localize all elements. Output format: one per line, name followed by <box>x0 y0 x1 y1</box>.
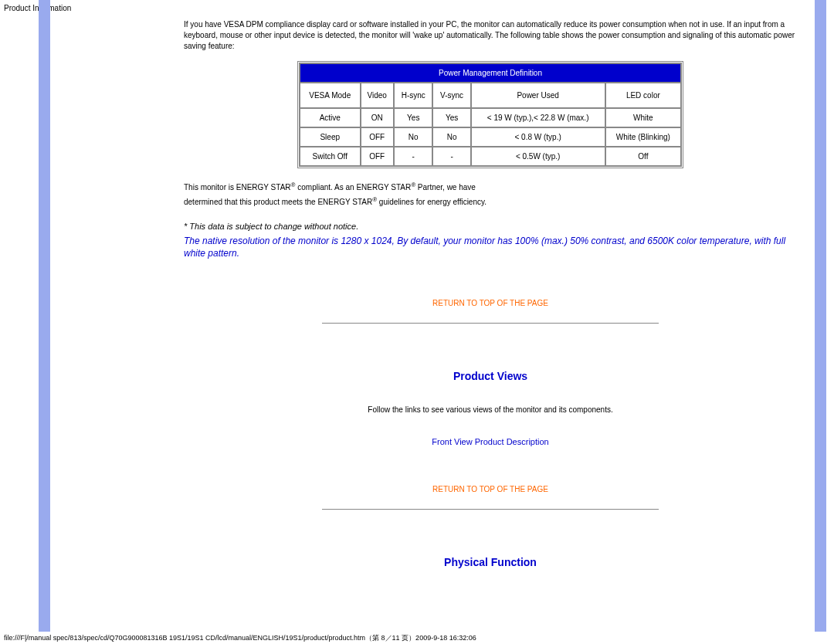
table-cell: Yes <box>394 108 433 127</box>
table-cell: No <box>394 127 433 147</box>
power-management-table: Power Management Definition VESA Mode Vi… <box>297 61 683 168</box>
table-cell: Sleep <box>300 127 361 147</box>
col-header: Video <box>361 83 394 108</box>
product-views-heading: Product Views <box>184 370 797 382</box>
return-to-top-link[interactable]: RETURN TO TOP OF THE PAGE <box>184 299 797 307</box>
table-cell: No <box>432 127 470 147</box>
change-notice: * This data is subject to change without… <box>184 222 797 231</box>
table-cell: White <box>605 108 681 127</box>
col-header: LED color <box>605 83 681 108</box>
physical-function-heading: Physical Function <box>184 556 797 568</box>
compliance-text: This monitor is ENERGY STAR® compliant. … <box>184 180 797 210</box>
main-content: If you have VESA DPM compliance display … <box>184 0 797 568</box>
left-decoration-bar <box>39 0 50 591</box>
table-cell: Yes <box>432 108 470 127</box>
table-cell: Off <box>605 147 681 166</box>
table-cell: OFF <box>361 147 394 166</box>
table-cell: < 0.5W (typ.) <box>471 147 605 166</box>
col-header: H-sync <box>394 83 433 108</box>
resolution-notice: The native resolution of the monitor is … <box>184 235 797 261</box>
col-header: V-sync <box>432 83 470 108</box>
table-cell: < 19 W (typ.),< 22.8 W (max.) <box>471 108 605 127</box>
table-cell: - <box>394 147 433 166</box>
col-header: Power Used <box>471 83 605 108</box>
product-views-text: Follow the links to see various views of… <box>184 405 797 414</box>
table-cell: OFF <box>361 127 394 147</box>
table-cell: ON <box>361 108 394 127</box>
intro-paragraph: If you have VESA DPM compliance display … <box>184 19 797 52</box>
section-divider <box>322 509 659 510</box>
table-cell: White (Blinking) <box>605 127 681 147</box>
return-to-top-link[interactable]: RETURN TO TOP OF THE PAGE <box>184 485 797 493</box>
front-view-link[interactable]: Front View Product Description <box>184 437 797 446</box>
page-header-label: Product Information <box>4 4 71 12</box>
table-title: Power Management Definition <box>300 63 681 83</box>
table-cell: Active <box>300 108 361 127</box>
table-cell: Switch Off <box>300 147 361 166</box>
table-cell: < 0.8 W (typ.) <box>471 127 605 147</box>
table-cell: - <box>432 147 470 166</box>
col-header: VESA Mode <box>300 83 361 108</box>
section-divider <box>322 323 659 324</box>
right-decoration-bar <box>815 0 826 591</box>
